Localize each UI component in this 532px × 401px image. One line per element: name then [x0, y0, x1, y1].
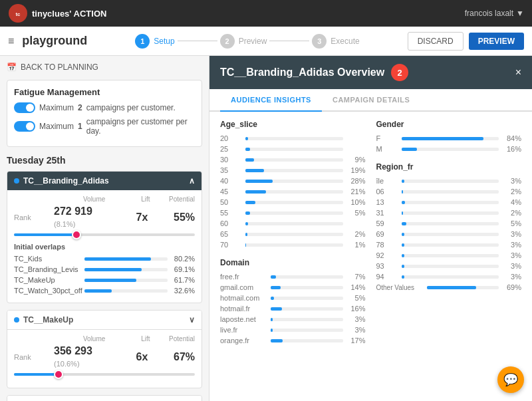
region-69-row: 69 3%: [376, 230, 522, 238]
region-other-bar-container: [427, 286, 499, 289]
age-35-row: 35 19%: [220, 166, 366, 174]
slider-thumb-makeup[interactable]: [54, 370, 63, 379]
domain-hotmail-label: hotmail.com: [220, 294, 267, 302]
discard-button[interactable]: DISCARD: [408, 32, 464, 51]
age-65-pct: 2%: [347, 230, 366, 238]
domain-orange-row: orange.fr 17%: [220, 336, 366, 344]
preview-button[interactable]: PREVIEW: [469, 33, 524, 50]
campaign-header-makeup[interactable]: TC__MakeUp ∨: [7, 311, 201, 330]
overview-content: Age_slice 20 25 30: [209, 112, 532, 401]
region-93-pct: 3%: [503, 262, 521, 270]
overlap-name-3: TC_MakeUp: [14, 276, 80, 284]
age-50-label: 50: [220, 198, 241, 206]
gender-f-label: F: [376, 134, 398, 142]
region-69-pct: 3%: [503, 230, 521, 238]
age-35-bar: [245, 169, 264, 172]
campaign-header-left: TC__Branding_Adidas: [14, 176, 109, 186]
volume-slider[interactable]: [14, 233, 195, 236]
region-06-row: 06 2%: [376, 188, 522, 196]
slider-thumb[interactable]: [72, 230, 81, 239]
overlap-row-4: TC_Watch_30pct_off 32.6%: [14, 287, 195, 295]
gender-f-pct: 84%: [503, 134, 521, 142]
region-92-bar: [402, 254, 404, 257]
close-button[interactable]: ×: [515, 67, 521, 78]
fatigue-row-2: Maximum 1 campaigns per customer per day…: [14, 117, 195, 136]
toolbar: ≡ playground 1 Setup 2 Preview 3 Execute…: [0, 27, 532, 56]
campaign-active-dot: [14, 178, 19, 184]
region-69-label: 69: [376, 230, 398, 238]
chat-button[interactable]: 💬: [497, 366, 524, 393]
user-name: francois laxalt: [465, 9, 513, 18]
step-setup[interactable]: 1 Setup: [135, 34, 174, 49]
slider-fill: [14, 233, 77, 236]
campaign-header-branding-adidas[interactable]: TC__Branding_Adidas ∧: [7, 172, 201, 190]
fatigue-row-1-value: 2: [78, 103, 82, 112]
region-06-label: 06: [376, 188, 398, 196]
domain-hotmail-fr-bar-container: [271, 307, 343, 311]
step-execute[interactable]: 3 Execute: [312, 34, 359, 49]
age-20-bar: [245, 137, 248, 140]
age-65-row: 65 2%: [220, 230, 366, 238]
workflow-steps: 1 Setup 2 Preview 3 Execute: [92, 34, 402, 49]
region-92-label: 92: [376, 251, 398, 259]
back-label: BACK TO PLANNING: [21, 63, 98, 72]
age-45-bar: [245, 190, 266, 194]
region-ile-pct: 3%: [503, 177, 521, 185]
top-nav: tc tinyclues' ACTION francois laxalt ▼: [0, 0, 532, 27]
volume-slider-makeup[interactable]: [14, 373, 195, 376]
volume-col-makeup: Volume: [61, 335, 105, 342]
step-3-label: Execute: [331, 37, 359, 46]
domain-hotmail-bar: [271, 297, 274, 300]
campaign-header-levis[interactable]: TC__Branding_Levis ∨: [7, 396, 201, 401]
region-31-label: 31: [376, 209, 398, 217]
region-other-bar: [427, 286, 477, 289]
fatigue-toggle-2[interactable]: [14, 121, 35, 132]
region-title: Region_fr: [376, 162, 522, 172]
step-preview[interactable]: 2 Preview: [220, 34, 267, 49]
overview-tabs: AUDIENCE INSIGHTS CAMPAIGN DETAILS: [209, 89, 532, 112]
region-93-bar: [402, 265, 404, 268]
domain-free-bar-container: [271, 275, 343, 279]
rank-label: Rank: [14, 213, 54, 221]
domain-live-bar: [271, 329, 273, 332]
user-info[interactable]: francois laxalt ▼: [465, 9, 524, 18]
domain-live-pct: 3%: [347, 326, 366, 334]
step-2-circle: 2: [220, 34, 235, 49]
chevron-up-icon: ∧: [189, 176, 195, 186]
age-40-bar: [245, 180, 273, 183]
fatigue-row-2-label2: campaigns per customer per day.: [86, 117, 195, 136]
overlap-bar-4: [84, 289, 112, 293]
domain-laposte-bar: [271, 318, 273, 321]
overlap-row-2: TC_Branding_Levis 69.1%: [14, 265, 195, 273]
step-divider-1: [178, 41, 217, 41]
age-55-pct: 5%: [347, 209, 366, 217]
overlap-pct-2: 69.1%: [172, 265, 195, 273]
age-65-label: 65: [220, 230, 241, 238]
tab-campaign-details[interactable]: CAMPAIGN DETAILS: [322, 89, 420, 112]
overlap-name-2: TC_Branding_Levis: [14, 265, 80, 273]
region-ile-label: île: [376, 177, 398, 185]
age-25-label: 25: [220, 145, 241, 153]
region-59-pct: 5%: [503, 219, 521, 227]
region-ile-bar: [402, 180, 404, 183]
back-to-planning[interactable]: 📅 BACK TO PLANNING: [7, 63, 202, 72]
overview-badge: 2: [391, 64, 408, 81]
rank-value: 272 919 (8.1%): [54, 205, 101, 229]
domain-laposte-row: laposte.net 3%: [220, 315, 366, 323]
age-45-row: 45 21%: [220, 188, 366, 196]
age-40-row: 40 28%: [220, 177, 366, 185]
tab-audience-insights[interactable]: AUDIENCE INSIGHTS: [220, 89, 322, 112]
campaign-name-2: TC__MakeUp: [23, 315, 73, 325]
overlap-row-3: TC_MakeUp 61.7%: [14, 276, 195, 284]
domain-hotmail-fr-pct: 16%: [347, 305, 366, 313]
region-94-label: 94: [376, 273, 398, 281]
region-78-bar: [402, 243, 404, 247]
region-59-bar-container: [402, 222, 499, 225]
potential-value-makeup: 67%: [148, 351, 195, 363]
age-30-bar-container: [245, 158, 343, 162]
age-50-row: 50 10%: [220, 198, 366, 206]
region-31-pct: 2%: [503, 209, 521, 217]
fatigue-toggle-1[interactable]: [14, 102, 35, 113]
lift-col-makeup: Lift: [105, 335, 150, 342]
menu-icon[interactable]: ≡: [8, 35, 14, 47]
